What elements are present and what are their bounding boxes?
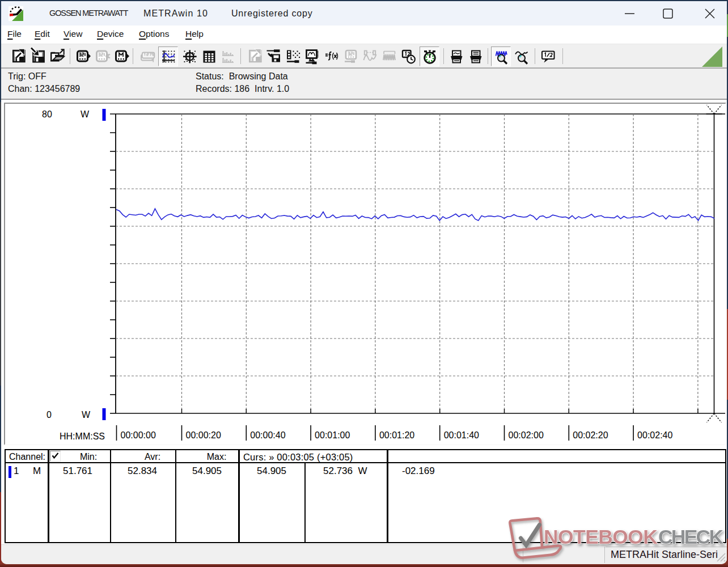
- svg-text:00:01:40: 00:01:40: [444, 430, 479, 440]
- svg-text:CHECK: CHECK: [658, 526, 723, 548]
- svg-text:W: W: [82, 410, 91, 420]
- svg-text:W: W: [81, 109, 90, 119]
- svg-text:00:00:40: 00:00:40: [250, 430, 285, 440]
- svg-text:80: 80: [42, 109, 52, 119]
- svg-text:NOTEBOOK: NOTEBOOK: [544, 526, 658, 548]
- svg-text:HH:MM:SS: HH:MM:SS: [60, 431, 105, 441]
- svg-text:00:02:20: 00:02:20: [573, 430, 608, 440]
- svg-text:00:00:20: 00:00:20: [186, 430, 221, 440]
- svg-text:00:01:00: 00:01:00: [315, 430, 350, 440]
- svg-text:00:02:40: 00:02:40: [637, 430, 672, 440]
- svg-text:0: 0: [46, 410, 52, 420]
- svg-text:00:00:00: 00:00:00: [121, 430, 156, 440]
- svg-text:00:02:00: 00:02:00: [509, 430, 544, 440]
- svg-text:00:01:20: 00:01:20: [379, 430, 414, 440]
